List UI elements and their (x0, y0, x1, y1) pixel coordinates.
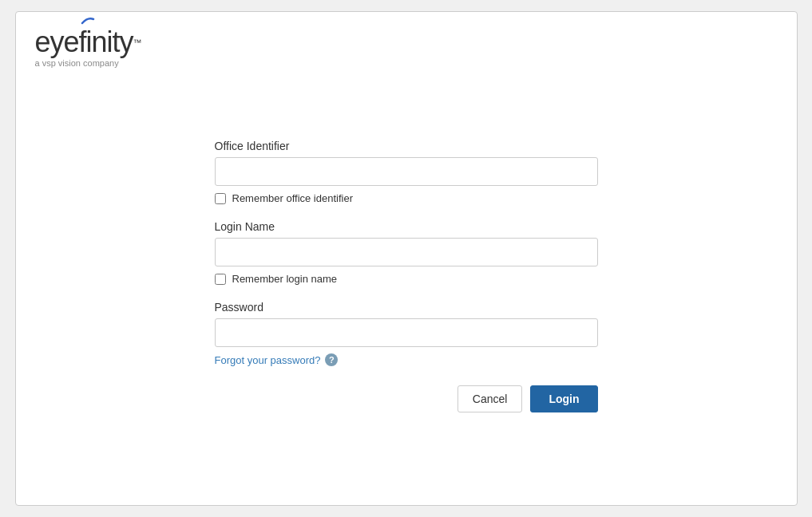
login-name-label: Login Name (215, 220, 598, 233)
logo-text-inity: inity (86, 28, 133, 57)
remember-login-label[interactable]: Remember login name (232, 273, 338, 285)
remember-office-row: Remember office identifier (215, 192, 598, 204)
password-label: Password (215, 301, 598, 314)
login-name-input[interactable] (215, 238, 598, 266)
cancel-button[interactable]: Cancel (457, 385, 523, 412)
remember-office-label[interactable]: Remember office identifier (232, 192, 354, 204)
office-identifier-group: Office Identifier Remember office identi… (215, 140, 598, 204)
logo-trademark: ™ (133, 38, 141, 47)
forgot-password-link[interactable]: Forgot your password? (215, 354, 321, 366)
logo-f-accent: f (79, 28, 86, 57)
forgot-password-row: Forgot your password? ? (215, 353, 598, 366)
login-form: Office Identifier Remember office identi… (215, 140, 598, 412)
password-group: Password Forgot your password? ? (215, 301, 598, 366)
help-icon[interactable]: ? (325, 353, 338, 366)
remember-login-checkbox[interactable] (215, 274, 226, 285)
remember-login-row: Remember login name (215, 273, 598, 285)
page-container: eye f inity ™ a vsp vision company Offic… (15, 11, 798, 506)
office-identifier-label: Office Identifier (215, 140, 598, 152)
logo-text-eye: eye (35, 28, 79, 57)
logo-area: eye f inity ™ a vsp vision company (35, 28, 141, 68)
logo: eye f inity ™ (35, 28, 141, 57)
remember-office-checkbox[interactable] (215, 193, 226, 204)
login-name-group: Login Name Remember login name (215, 220, 598, 285)
button-row: Cancel Login (215, 385, 598, 412)
password-input[interactable] (215, 318, 598, 347)
office-identifier-input[interactable] (215, 157, 598, 186)
logo-tagline: a vsp vision company (35, 58, 141, 68)
login-button[interactable]: Login (530, 385, 597, 412)
logo-accent-mark (81, 17, 95, 25)
